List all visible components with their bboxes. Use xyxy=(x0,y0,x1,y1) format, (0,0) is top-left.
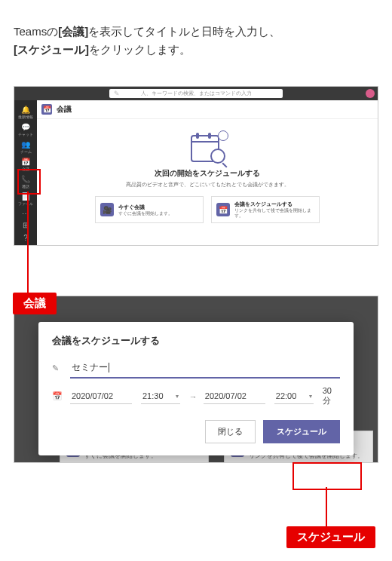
arrow-right-icon: → xyxy=(189,392,198,401)
callout-line xyxy=(326,487,327,528)
empty-heading: 次回の開始をスケジュールする xyxy=(37,168,378,179)
bell-icon: 🔔 xyxy=(21,105,30,114)
close-button[interactable]: 閉じる xyxy=(205,420,256,443)
teams-window-2: 🎥今すぐ会議すぐに会議を開始します。 📅会議をスケジュールするリンクを共有して後… xyxy=(14,296,378,463)
rail-item-teams[interactable]: 👥チーム xyxy=(17,139,34,154)
rail-item-chat[interactable]: 💬チャット xyxy=(17,122,34,136)
left-rail: 🔔最新情報 💬チャット 👥チーム 📅会議 📞通話 📄ファイル ⋯ ⊞ ? xyxy=(14,100,37,245)
start-date-field[interactable]: 2020/07/02 xyxy=(70,388,132,404)
empty-sub: 高品質のビデオと音声で、どこにいてもだれとでも会議ができます。 xyxy=(37,181,378,189)
rail-item-more[interactable]: ⋯ xyxy=(17,209,34,218)
calendar-icon: 📅 xyxy=(41,104,52,115)
meet-now-card[interactable]: 🎥 今すぐ会議すぐに会議を開始します。 xyxy=(95,196,204,223)
chat-icon: 💬 xyxy=(21,122,30,131)
calendar-plus-icon: 📅 xyxy=(216,203,230,216)
schedule-card[interactable]: 📅 会議をスケジュールするリンクを共有して後で会議を開始します。 xyxy=(211,196,320,223)
rail-item-activity[interactable]: 🔔最新情報 xyxy=(17,105,34,119)
instruction-text: Teamsの[会議]を表示してタイトルと日時を入力し、 [スケジュール]をクリッ… xyxy=(14,23,378,59)
calendar-icon: 📅 xyxy=(21,157,30,166)
start-time-field[interactable]: 21:30▾ xyxy=(141,388,180,404)
meeting-title-input[interactable]: セミナー xyxy=(70,358,340,379)
rail-item-calls[interactable]: 📞通話 xyxy=(17,174,34,189)
more-icon: ⋯ xyxy=(21,209,30,218)
teams-content: 📅 会議 次回の開始をスケジュールする 高品質のビデオと音声で、どこにいてもだれ… xyxy=(37,100,378,245)
search-input[interactable]: 人、キーワードの検索、またはコマンドの入力 xyxy=(109,89,283,98)
calendar-illustration xyxy=(191,132,224,162)
chevron-down-icon: ▾ xyxy=(309,393,312,400)
pencil-icon: ✎ xyxy=(52,363,63,373)
end-time-field[interactable]: 22:00▾ xyxy=(274,388,314,404)
callout-line xyxy=(27,192,29,294)
calendar-icon: 📅 xyxy=(52,391,63,401)
callout-box-schedule xyxy=(292,462,362,490)
callout-label-schedule: スケジュール xyxy=(286,526,375,548)
video-icon: 🎥 xyxy=(100,203,114,216)
rail-item-meetings[interactable]: 📅会議 xyxy=(17,157,34,171)
end-date-field[interactable]: 2020/07/02 xyxy=(204,388,265,404)
chevron-down-icon: ▾ xyxy=(176,393,179,400)
schedule-dialog: 会議をスケジュールする ✎ セミナー 📅 2020/07/02 21:30▾ →… xyxy=(38,322,354,455)
avatar[interactable] xyxy=(366,89,375,98)
phone-icon: 📞 xyxy=(21,174,30,183)
rail-item-files[interactable]: 📄ファイル xyxy=(17,192,34,206)
content-title: 会議 xyxy=(57,104,72,115)
teams-window-1: ✎ 人、キーワードの検索、またはコマンドの入力 🔔最新情報 💬チャット 👥チーム… xyxy=(14,86,378,246)
schedule-button[interactable]: スケジュール xyxy=(263,420,340,443)
dialog-title: 会議をスケジュールする xyxy=(52,334,340,348)
duration-label: 30 分 xyxy=(323,386,340,406)
people-icon: 👥 xyxy=(21,139,30,149)
file-icon: 📄 xyxy=(21,192,30,201)
callout-label-meetings: 会議 xyxy=(13,293,57,314)
empty-state: 次回の開始をスケジュールする 高品質のビデオと音声で、どこにいてもだれとでも会議… xyxy=(37,132,378,223)
teams-titlebar: ✎ 人、キーワードの検索、またはコマンドの入力 xyxy=(14,87,378,100)
new-note-icon[interactable]: ✎ xyxy=(112,89,121,98)
